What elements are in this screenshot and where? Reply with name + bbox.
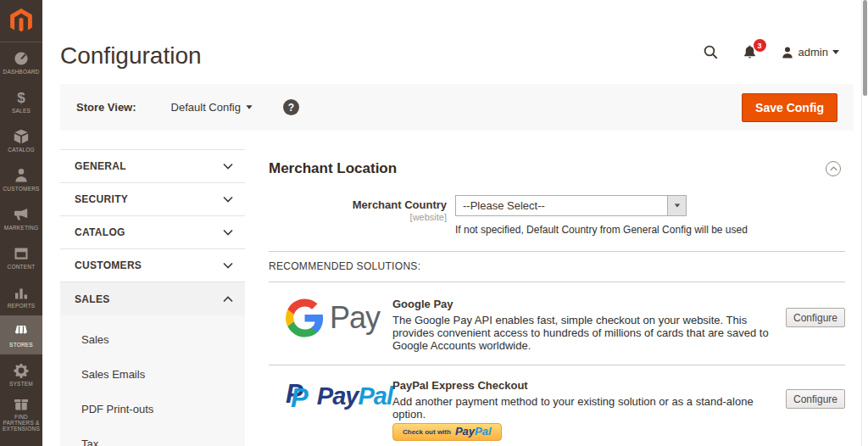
chevron-down-icon <box>223 262 233 269</box>
content-icon <box>13 245 30 262</box>
merchant-country-label-block: Merchant Country [website] <box>269 195 447 236</box>
sidebar-item-customers[interactable]: CUSTOMERS <box>0 159 42 198</box>
chevron-down-icon <box>246 105 252 109</box>
system-icon <box>13 362 30 379</box>
solution-row-google-pay: Pay Google Pay The Google Pay API enable… <box>269 282 845 365</box>
solution-title: Google Pay <box>392 298 777 310</box>
sidebar-item-label: CATALOG <box>8 147 35 153</box>
paypal-logo-text-pay: Pay <box>317 382 359 410</box>
chevron-down-icon <box>674 204 679 208</box>
search-icon <box>703 44 719 60</box>
reports-icon <box>13 284 30 301</box>
merchant-country-field-row: Merchant Country [website] --Please Sele… <box>269 195 845 236</box>
sales-icon: $ <box>13 89 30 106</box>
config-nav-subitem-sales-emails[interactable]: Sales Emails <box>60 357 245 392</box>
config-nav-label: CUSTOMERS <box>75 259 142 271</box>
help-icon[interactable]: ? <box>283 99 299 115</box>
page-container: Configuration 3 admin Store View: D <box>42 0 868 446</box>
sidebar-item-catalog[interactable]: CATALOG <box>0 120 42 159</box>
search-button[interactable] <box>703 44 719 60</box>
merchant-country-selected-value: --Please Select-- <box>456 196 667 215</box>
merchant-country-scope: [website] <box>269 212 447 222</box>
save-config-button[interactable]: Save Config <box>742 93 837 122</box>
notifications-button[interactable]: 3 <box>742 44 758 60</box>
admin-user-menu[interactable]: admin <box>781 46 839 59</box>
config-nav-label: GENERAL <box>75 160 126 172</box>
sidebar-item-label: SYSTEM <box>9 381 33 387</box>
config-nav-label: SECURITY <box>75 193 128 205</box>
divider <box>269 251 845 252</box>
sidebar-item-system[interactable]: SYSTEM <box>0 354 42 393</box>
sidebar-item-label: STORES <box>9 342 33 348</box>
sidebar-item-label: CUSTOMERS <box>3 186 39 192</box>
sidebar-item-label: SALES <box>12 108 31 114</box>
scrollbar-thumb[interactable] <box>863 0 867 96</box>
config-nav-customers[interactable]: CUSTOMERS <box>60 249 245 282</box>
user-icon <box>781 46 794 59</box>
marketing-icon <box>13 206 30 223</box>
sidebar-item-find-partners-extensions[interactable]: FIND PARTNERS & EXTENSIONS <box>0 393 42 432</box>
solution-row-paypal: PP PayPal PayPal Express Checkout Add an… <box>269 365 845 446</box>
config-nav-subitem-sales[interactable]: Sales <box>60 322 245 357</box>
store-view-value: Default Config <box>171 101 241 114</box>
sidebar-item-dashboard[interactable]: DASHBOARD <box>0 42 42 81</box>
stores-icon <box>13 323 30 340</box>
checkout-brand-pal: Pal <box>475 425 492 438</box>
config-nav-general[interactable]: GENERAL <box>60 150 245 183</box>
extensions-icon <box>13 395 30 412</box>
chevron-down-icon <box>832 50 839 54</box>
vertical-scrollbar[interactable] <box>861 0 868 446</box>
page-title: Configuration <box>60 42 202 70</box>
chevron-up-icon <box>223 296 233 303</box>
config-section-nav: GENERAL SECURITY CATALOG CUSTOMERS SALES… <box>60 149 245 446</box>
admin-sidebar: DASHBOARD $ SALES CATALOG CUSTOMERS MARK… <box>0 0 42 446</box>
collapse-section-button[interactable] <box>826 161 841 176</box>
sidebar-item-reports[interactable]: REPORTS <box>0 276 42 315</box>
config-nav-sales-sublist: Sales Sales Emails PDF Print-outs Tax <box>60 315 245 446</box>
svg-text:$: $ <box>17 89 25 105</box>
solution-title: PayPal Express Checkout <box>392 379 777 392</box>
merchant-location-header: Merchant Location <box>269 160 845 177</box>
recommended-solutions-label: RECOMMENDED SOLUTIONS: <box>269 260 845 272</box>
configure-google-pay-button[interactable]: Configure <box>786 308 845 327</box>
sidebar-item-stores[interactable]: STORES <box>0 315 42 354</box>
sidebar-item-label: CONTENT <box>8 264 36 270</box>
chevron-down-icon <box>223 163 233 170</box>
checkout-prefix-text: Check out with <box>403 426 451 436</box>
chevron-up-icon <box>830 166 837 171</box>
sidebar-item-label: DASHBOARD <box>3 69 40 75</box>
section-title: Merchant Location <box>269 160 397 177</box>
sidebar-item-label: REPORTS <box>8 303 36 309</box>
sidebar-item-content[interactable]: CONTENT <box>0 237 42 276</box>
config-nav-security[interactable]: SECURITY <box>60 183 245 216</box>
google-pay-logo: Pay <box>269 298 392 337</box>
chevron-down-icon <box>223 229 233 236</box>
google-pay-logo-text: Pay <box>330 300 380 336</box>
store-view-label: Store View: <box>76 101 136 114</box>
select-dropdown-button[interactable] <box>667 196 686 215</box>
store-view-switcher[interactable]: Default Config <box>171 101 253 114</box>
header-actions: 3 admin <box>703 44 839 60</box>
config-nav-subitem-tax[interactable]: Tax <box>60 426 245 446</box>
google-g-icon <box>286 298 324 337</box>
config-nav-catalog[interactable]: CATALOG <box>60 216 245 249</box>
config-nav-sales[interactable]: SALES <box>60 282 245 315</box>
main-content: Merchant Location Merchant Country [webs… <box>269 149 845 446</box>
paypal-checkout-button-image: Check out with PayPal <box>392 423 502 441</box>
merchant-country-label: Merchant Country <box>269 198 447 211</box>
paypal-logo-text-pal: Pal <box>358 382 392 410</box>
notification-count-badge: 3 <box>754 39 766 52</box>
config-nav-label: CATALOG <box>75 226 125 238</box>
dashboard-icon <box>13 50 30 67</box>
paypal-logo: PP PayPal <box>269 379 392 415</box>
catalog-icon <box>13 128 30 145</box>
sidebar-item-label: FIND PARTNERS & EXTENSIONS <box>0 414 42 432</box>
solution-description: Add another payment method to your exist… <box>392 395 777 421</box>
magento-logo-icon <box>10 8 32 34</box>
sidebar-item-marketing[interactable]: MARKETING <box>0 198 42 237</box>
merchant-country-select[interactable]: --Please Select-- <box>455 195 687 216</box>
magento-logo[interactable] <box>0 0 42 42</box>
sidebar-item-sales[interactable]: $ SALES <box>0 81 42 120</box>
configure-paypal-button[interactable]: Configure <box>786 389 845 409</box>
config-nav-subitem-pdf-print-outs[interactable]: PDF Print-outs <box>60 392 245 426</box>
